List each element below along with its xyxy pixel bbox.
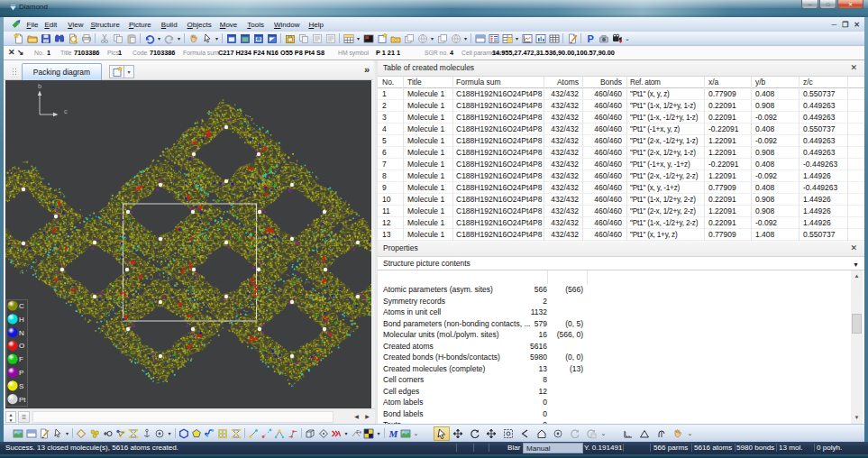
- svg-text:Fe: Fe: [356, 429, 361, 435]
- svg-text:N: N: [19, 329, 24, 337]
- svg-text:P: P: [587, 33, 593, 44]
- svg-text:S: S: [19, 382, 23, 390]
- svg-text:P: P: [19, 369, 23, 377]
- svg-text:F: F: [19, 355, 23, 363]
- svg-text:Pt: Pt: [19, 396, 26, 404]
- svg-text:C: C: [19, 302, 24, 310]
- svg-text:H: H: [19, 316, 24, 324]
- svg-text:O: O: [19, 342, 24, 350]
- svg-text:c: c: [64, 107, 68, 115]
- svg-text:M: M: [388, 428, 398, 439]
- svg-text:b: b: [38, 82, 41, 90]
